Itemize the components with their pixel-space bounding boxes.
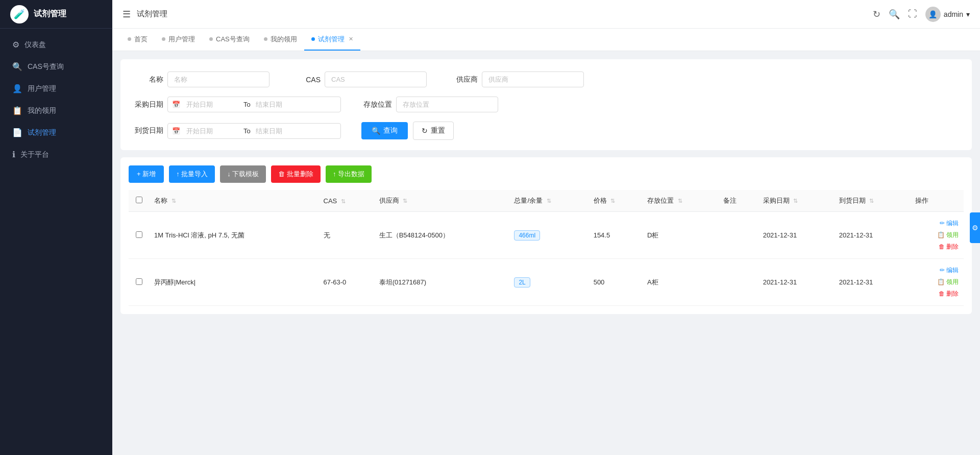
batch-delete-button[interactable]: 🗑 批量删除 [271,165,321,183]
sidebar-item-about-platform[interactable]: ℹ关于平台 [0,143,112,165]
select-all-checkbox[interactable] [136,197,142,203]
cell-name-1: 异丙醇|Merck| [149,259,318,306]
nav-icon-user-management: 👤 [12,84,22,93]
menu-icon[interactable]: ☰ [122,9,131,20]
purchase-end-input[interactable] [254,97,310,112]
th-action: 操作 [910,190,964,212]
purchase-date-range: 📅 To [167,97,341,112]
nav-icon-dashboard: ⚙ [12,40,19,50]
nav-label-my-claim: 我的领用 [28,106,56,115]
avatar: 👤 [925,7,941,22]
right-side-indicator[interactable]: ⚙ [970,212,980,243]
cell-total-0: 466ml [509,212,588,259]
cell-arrival-date-1: 2021-12-31 [834,259,910,306]
arrival-end-input[interactable] [254,124,310,138]
cell-price-1: 500 [589,259,642,306]
tab-dot-cas-query [209,37,213,41]
th-arrival-date: 到货日期 ⇅ [834,190,910,212]
dropdown-arrow: ▾ [966,10,970,18]
delete-action-0[interactable]: 🗑 删除 [939,243,959,251]
to-separator-1: To [240,101,254,108]
calendar-icon-1: 📅 [168,101,184,108]
filter-panel: 名称 CAS 供应商 采购日期 📅 To 存放位置 [120,59,972,150]
nav-icon-about-platform: ℹ [12,150,15,159]
cas-input[interactable] [325,71,427,87]
arrival-date-range: 📅 To [167,123,341,139]
query-button[interactable]: 🔍 查询 [361,122,408,139]
sidebar-item-dashboard[interactable]: ⚙仪表盘 [0,34,112,56]
sidebar-item-cas-query[interactable]: 🔍CAS号查询 [0,56,112,78]
add-button[interactable]: + 新增 [129,165,164,183]
row-checkbox-0[interactable] [136,231,142,238]
sidebar-item-reagent-management[interactable]: 📄试剂管理 [0,122,112,143]
nav-label-dashboard: 仪表盘 [24,40,46,50]
cell-total-1: 2L [509,259,588,306]
claim-action-0[interactable]: 📋 领用 [937,231,959,240]
query-search-icon: 🔍 [372,127,380,135]
main-area: ☰ 试剂管理 ↻ 🔍 ⛶ 👤 admin ▾ 首页用户管理CAS号查询我的领用试… [112,0,980,455]
edit-action-1[interactable]: ✏ 编辑 [940,266,959,275]
filter-row-2: 采购日期 📅 To 存放位置 [133,97,960,112]
nav-label-about-platform: 关于平台 [20,150,49,159]
purchase-start-input[interactable] [184,97,240,112]
tabs-bar: 首页用户管理CAS号查询我的领用试剂管理✕ [112,29,980,51]
logo-area: 🧪 试剂管理 [0,0,112,29]
cas-label: CAS [290,76,321,84]
cell-supplier-0: 生工（B548124-0500） [374,212,509,259]
nav-icon-reagent-management: 📄 [12,128,22,137]
calendar-icon-2: 📅 [168,127,184,135]
header: ☰ 试剂管理 ↻ 🔍 ⛶ 👤 admin ▾ [112,0,980,29]
table-row: 异丙醇|Merck| 67-63-0 泰坦(01271687) 2L 500 A… [129,259,964,306]
tab-reagent-mgmt[interactable]: 试剂管理✕ [304,29,360,51]
export-button[interactable]: ↑ 导出数据 [326,165,372,183]
sidebar-title: 试剂管理 [34,9,66,19]
sidebar-item-my-claim[interactable]: 📋我的领用 [0,100,112,122]
username: admin [944,10,963,18]
fullscreen-icon[interactable]: ⛶ [908,9,917,19]
name-input[interactable] [167,71,270,87]
tab-dot-home [128,37,131,41]
row-checkbox-1[interactable] [136,278,142,285]
tab-close-reagent-mgmt[interactable]: ✕ [349,36,353,42]
storage-input[interactable] [396,97,498,112]
nav-label-reagent-management: 试剂管理 [28,128,56,137]
arrival-start-input[interactable] [184,124,240,138]
cell-supplier-1: 泰坦(01271687) [374,259,509,306]
tab-dot-my-claim [264,37,267,41]
tab-label-cas-query: CAS号查询 [216,35,250,44]
delete-action-1[interactable]: 🗑 删除 [939,290,959,298]
cell-remark-0 [718,212,757,259]
storage-label: 存放位置 [361,100,392,109]
search-icon[interactable]: 🔍 [889,9,900,20]
tab-label-home: 首页 [134,35,148,44]
cell-storage-1: A柜 [642,259,718,306]
tab-my-claim[interactable]: 我的领用 [257,29,304,51]
supplier-input[interactable] [482,71,584,87]
user-menu[interactable]: 👤 admin ▾ [925,7,970,22]
cell-storage-0: D柜 [642,212,718,259]
to-separator-2: To [240,127,254,135]
tab-label-my-claim: 我的领用 [271,35,297,44]
data-table: 名称 ⇅ CAS ⇅ 供应商 ⇅ 总量/余量 ⇅ 价格 ⇅ 存放位置 ⇅ 备注 … [129,190,964,306]
cell-purchase-date-0: 2021-12-31 [758,212,834,259]
edit-action-0[interactable]: ✏ 编辑 [940,219,959,228]
cell-action-0: ✏ 编辑 📋 领用 🗑 删除 [910,212,964,259]
cell-purchase-date-1: 2021-12-31 [758,259,834,306]
sidebar-item-user-management[interactable]: 👤用户管理 [0,78,112,100]
claim-action-1[interactable]: 📋 领用 [937,278,959,286]
header-title: 试剂管理 [137,9,873,19]
table-header: 名称 ⇅ CAS ⇅ 供应商 ⇅ 总量/余量 ⇅ 价格 ⇅ 存放位置 ⇅ 备注 … [129,190,964,212]
sidebar-nav: ⚙仪表盘🔍CAS号查询👤用户管理📋我的领用📄试剂管理ℹ关于平台 [0,29,112,455]
tab-dot-user-mgmt [162,37,165,41]
th-storage: 存放位置 ⇅ [642,190,718,212]
reset-icon: ↻ [422,127,428,135]
tab-user-mgmt[interactable]: 用户管理 [155,29,202,51]
tab-home[interactable]: 首页 [120,29,155,51]
th-name: 名称 ⇅ [149,190,318,212]
reset-button[interactable]: ↻ 重置 [413,122,454,140]
batch-import-button[interactable]: ↑ 批量导入 [169,165,215,183]
refresh-icon[interactable]: ↻ [873,9,880,20]
filter-row-1: 名称 CAS 供应商 [133,71,960,87]
tab-cas-query[interactable]: CAS号查询 [202,29,257,51]
download-template-button[interactable]: ↓ 下载模板 [220,165,266,183]
